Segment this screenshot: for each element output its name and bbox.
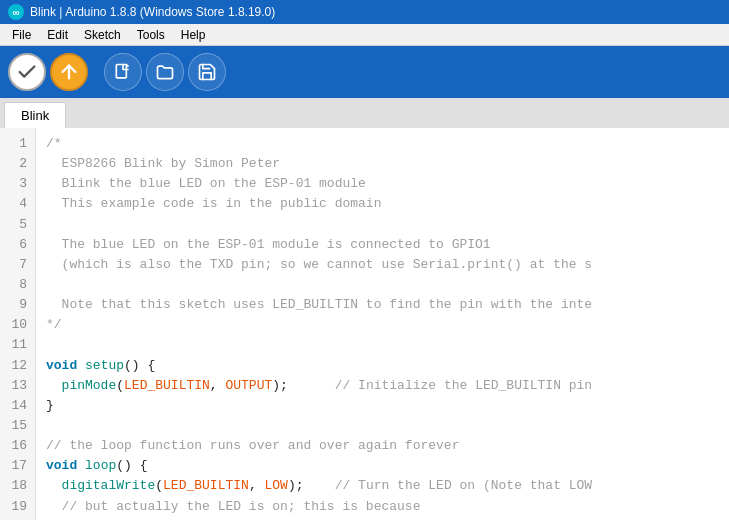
line-num-1: 1 xyxy=(0,134,35,154)
line-num-10: 10 xyxy=(0,315,35,335)
line-num-13: 13 xyxy=(0,376,35,396)
code-editor[interactable]: /* ESP8266 Blink by Simon Peter Blink th… xyxy=(36,128,729,520)
verify-button[interactable] xyxy=(8,53,46,91)
menu-file[interactable]: File xyxy=(4,26,39,44)
line-num-15: 15 xyxy=(0,416,35,436)
menu-bar: File Edit Sketch Tools Help xyxy=(0,24,729,46)
line-num-8: 8 xyxy=(0,275,35,295)
line-num-18: 18 xyxy=(0,476,35,496)
title-bar: ∞ Blink | Arduino 1.8.8 (Windows Store 1… xyxy=(0,0,729,24)
line-num-2: 2 xyxy=(0,154,35,174)
line-numbers: 1 2 3 4 5 6 7 8 9 10 11 12 13 14 15 16 1… xyxy=(0,128,36,520)
menu-edit[interactable]: Edit xyxy=(39,26,76,44)
code-area: 1 2 3 4 5 6 7 8 9 10 11 12 13 14 15 16 1… xyxy=(0,128,729,520)
line-num-11: 11 xyxy=(0,335,35,355)
line-num-7: 7 xyxy=(0,255,35,275)
toolbar xyxy=(0,46,729,98)
line-num-17: 17 xyxy=(0,456,35,476)
menu-tools[interactable]: Tools xyxy=(129,26,173,44)
menu-sketch[interactable]: Sketch xyxy=(76,26,129,44)
line-num-16: 16 xyxy=(0,436,35,456)
svg-rect-1 xyxy=(116,65,126,78)
tab-bar: Blink xyxy=(0,98,729,128)
new-button[interactable] xyxy=(104,53,142,91)
line-num-14: 14 xyxy=(0,396,35,416)
tab-blink[interactable]: Blink xyxy=(4,102,66,128)
app-icon: ∞ xyxy=(8,4,24,20)
line-num-3: 3 xyxy=(0,174,35,194)
save-button[interactable] xyxy=(188,53,226,91)
line-num-19: 19 xyxy=(0,497,35,517)
menu-help[interactable]: Help xyxy=(173,26,214,44)
upload-button[interactable] xyxy=(50,53,88,91)
svg-line-2 xyxy=(126,65,128,67)
line-num-6: 6 xyxy=(0,235,35,255)
line-num-5: 5 xyxy=(0,215,35,235)
line-num-4: 4 xyxy=(0,194,35,214)
open-button[interactable] xyxy=(146,53,184,91)
line-num-12: 12 xyxy=(0,356,35,376)
title-text: Blink | Arduino 1.8.8 (Windows Store 1.8… xyxy=(30,5,275,19)
line-num-9: 9 xyxy=(0,295,35,315)
